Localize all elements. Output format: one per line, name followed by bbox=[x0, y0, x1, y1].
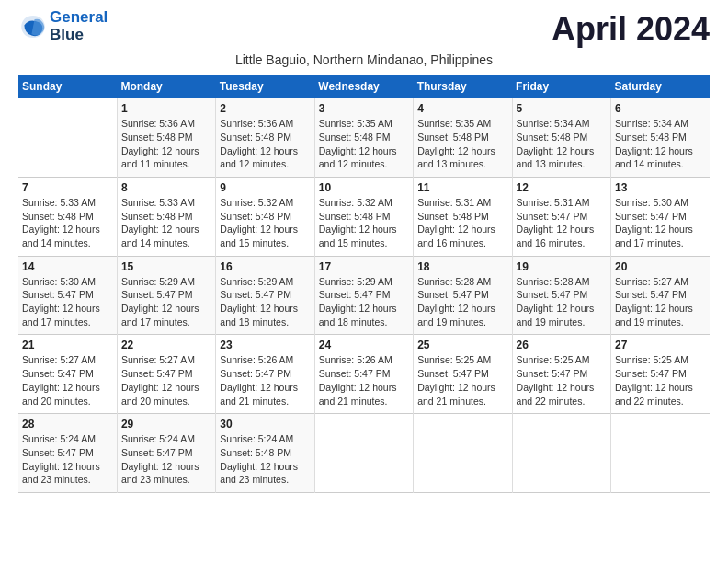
day-info: Sunrise: 5:24 AMSunset: 5:47 PMDaylight:… bbox=[121, 432, 211, 487]
day-info: Sunrise: 5:35 AMSunset: 5:48 PMDaylight:… bbox=[417, 117, 507, 171]
calendar-day bbox=[512, 414, 610, 493]
calendar-day: 2 Sunrise: 5:36 AMSunset: 5:48 PMDayligh… bbox=[216, 98, 314, 177]
day-info: Sunrise: 5:28 AMSunset: 5:47 PMDaylight:… bbox=[517, 275, 607, 329]
day-number: 5 bbox=[517, 102, 607, 115]
day-number: 13 bbox=[615, 181, 706, 194]
calendar-day: 30 Sunrise: 5:24 AMSunset: 5:48 PMDaylig… bbox=[216, 414, 314, 493]
calendar-day bbox=[314, 414, 413, 493]
day-info: Sunrise: 5:25 AMSunset: 5:47 PMDaylight:… bbox=[517, 353, 607, 408]
col-monday: Monday bbox=[117, 75, 215, 98]
day-number: 7 bbox=[22, 181, 113, 194]
day-number: 24 bbox=[319, 339, 409, 351]
day-number: 29 bbox=[121, 418, 211, 431]
day-info: Sunrise: 5:27 AMSunset: 5:47 PMDaylight:… bbox=[121, 353, 211, 408]
calendar-day: 27 Sunrise: 5:25 AMSunset: 5:47 PMDaylig… bbox=[611, 335, 710, 414]
calendar-day: 14 Sunrise: 5:30 AMSunset: 5:47 PMDaylig… bbox=[18, 256, 117, 335]
day-info: Sunrise: 5:28 AMSunset: 5:47 PMDaylight:… bbox=[417, 275, 507, 329]
calendar-day: 11 Sunrise: 5:31 AMSunset: 5:48 PMDaylig… bbox=[414, 177, 512, 256]
day-number: 3 bbox=[319, 102, 409, 115]
logo-text: General Blue bbox=[50, 9, 108, 43]
day-number: 6 bbox=[615, 102, 706, 115]
day-info: Sunrise: 5:34 AMSunset: 5:48 PMDaylight:… bbox=[615, 117, 706, 171]
day-info: Sunrise: 5:29 AMSunset: 5:47 PMDaylight:… bbox=[319, 275, 409, 329]
calendar-day: 4 Sunrise: 5:35 AMSunset: 5:48 PMDayligh… bbox=[414, 98, 512, 177]
calendar-day: 25 Sunrise: 5:25 AMSunset: 5:47 PMDaylig… bbox=[414, 335, 512, 414]
col-thursday: Thursday bbox=[414, 75, 512, 98]
day-number: 2 bbox=[220, 102, 310, 115]
day-info: Sunrise: 5:31 AMSunset: 5:48 PMDaylight:… bbox=[417, 196, 507, 250]
day-number: 20 bbox=[615, 260, 706, 273]
day-info: Sunrise: 5:32 AMSunset: 5:48 PMDaylight:… bbox=[220, 196, 310, 250]
day-info: Sunrise: 5:30 AMSunset: 5:47 PMDaylight:… bbox=[615, 196, 706, 250]
day-info: Sunrise: 5:26 AMSunset: 5:47 PMDaylight:… bbox=[220, 353, 310, 408]
calendar-day: 5 Sunrise: 5:34 AMSunset: 5:48 PMDayligh… bbox=[512, 98, 610, 177]
calendar-day: 8 Sunrise: 5:33 AMSunset: 5:48 PMDayligh… bbox=[117, 177, 215, 256]
day-number: 15 bbox=[121, 260, 211, 273]
calendar-day: 28 Sunrise: 5:24 AMSunset: 5:47 PMDaylig… bbox=[18, 414, 117, 493]
logo: General Blue bbox=[18, 9, 108, 43]
calendar-week-3: 14 Sunrise: 5:30 AMSunset: 5:47 PMDaylig… bbox=[18, 256, 710, 335]
day-info: Sunrise: 5:32 AMSunset: 5:48 PMDaylight:… bbox=[319, 196, 409, 250]
day-number: 27 bbox=[615, 339, 706, 351]
day-info: Sunrise: 5:27 AMSunset: 5:47 PMDaylight:… bbox=[615, 275, 706, 329]
calendar-day: 22 Sunrise: 5:27 AMSunset: 5:47 PMDaylig… bbox=[117, 335, 215, 414]
day-info: Sunrise: 5:33 AMSunset: 5:48 PMDaylight:… bbox=[121, 196, 211, 250]
day-info: Sunrise: 5:24 AMSunset: 5:47 PMDaylight:… bbox=[22, 432, 113, 487]
day-number: 12 bbox=[517, 181, 607, 194]
day-info: Sunrise: 5:27 AMSunset: 5:47 PMDaylight:… bbox=[22, 353, 113, 408]
calendar-day: 12 Sunrise: 5:31 AMSunset: 5:47 PMDaylig… bbox=[512, 177, 610, 256]
calendar-day: 3 Sunrise: 5:35 AMSunset: 5:48 PMDayligh… bbox=[314, 98, 413, 177]
calendar-week-4: 21 Sunrise: 5:27 AMSunset: 5:47 PMDaylig… bbox=[18, 335, 710, 414]
day-info: Sunrise: 5:29 AMSunset: 5:47 PMDaylight:… bbox=[121, 275, 211, 329]
col-tuesday: Tuesday bbox=[216, 75, 314, 98]
calendar-day: 19 Sunrise: 5:28 AMSunset: 5:47 PMDaylig… bbox=[512, 256, 610, 335]
calendar-week-5: 28 Sunrise: 5:24 AMSunset: 5:47 PMDaylig… bbox=[18, 414, 710, 493]
day-number: 8 bbox=[121, 181, 211, 194]
day-info: Sunrise: 5:31 AMSunset: 5:47 PMDaylight:… bbox=[517, 196, 607, 250]
calendar-day: 18 Sunrise: 5:28 AMSunset: 5:47 PMDaylig… bbox=[414, 256, 512, 335]
day-number: 1 bbox=[121, 102, 211, 115]
calendar-day: 29 Sunrise: 5:24 AMSunset: 5:47 PMDaylig… bbox=[117, 414, 215, 493]
day-number: 26 bbox=[517, 339, 607, 351]
day-info: Sunrise: 5:30 AMSunset: 5:47 PMDaylight:… bbox=[22, 275, 113, 329]
calendar-day: 17 Sunrise: 5:29 AMSunset: 5:47 PMDaylig… bbox=[314, 256, 413, 335]
calendar-day: 20 Sunrise: 5:27 AMSunset: 5:47 PMDaylig… bbox=[611, 256, 710, 335]
calendar-day: 16 Sunrise: 5:29 AMSunset: 5:47 PMDaylig… bbox=[216, 256, 314, 335]
logo-icon bbox=[18, 12, 48, 41]
calendar-day: 21 Sunrise: 5:27 AMSunset: 5:47 PMDaylig… bbox=[18, 335, 117, 414]
day-number: 9 bbox=[220, 181, 310, 194]
day-number: 10 bbox=[319, 181, 409, 194]
calendar-day: 10 Sunrise: 5:32 AMSunset: 5:48 PMDaylig… bbox=[314, 177, 413, 256]
day-number: 19 bbox=[517, 260, 607, 273]
day-info: Sunrise: 5:36 AMSunset: 5:48 PMDaylight:… bbox=[220, 117, 310, 171]
header-row: Sunday Monday Tuesday Wednesday Thursday… bbox=[18, 75, 710, 98]
day-info: Sunrise: 5:33 AMSunset: 5:48 PMDaylight:… bbox=[22, 196, 113, 250]
calendar-day: 15 Sunrise: 5:29 AMSunset: 5:47 PMDaylig… bbox=[117, 256, 215, 335]
calendar-day bbox=[611, 414, 710, 493]
calendar-day: 9 Sunrise: 5:32 AMSunset: 5:48 PMDayligh… bbox=[216, 177, 314, 256]
calendar-week-1: 1 Sunrise: 5:36 AMSunset: 5:48 PMDayligh… bbox=[18, 98, 710, 177]
day-number: 4 bbox=[417, 102, 507, 115]
day-info: Sunrise: 5:25 AMSunset: 5:47 PMDaylight:… bbox=[615, 353, 706, 408]
day-info: Sunrise: 5:34 AMSunset: 5:48 PMDaylight:… bbox=[517, 117, 607, 171]
calendar-day: 23 Sunrise: 5:26 AMSunset: 5:47 PMDaylig… bbox=[216, 335, 314, 414]
calendar-day: 6 Sunrise: 5:34 AMSunset: 5:48 PMDayligh… bbox=[611, 98, 710, 177]
calendar-day: 1 Sunrise: 5:36 AMSunset: 5:48 PMDayligh… bbox=[117, 98, 215, 177]
calendar-table: Sunday Monday Tuesday Wednesday Thursday… bbox=[18, 75, 710, 493]
day-info: Sunrise: 5:29 AMSunset: 5:47 PMDaylight:… bbox=[220, 275, 310, 329]
calendar-day bbox=[18, 98, 117, 177]
day-number: 28 bbox=[22, 418, 113, 431]
month-title: April 2024 bbox=[552, 9, 710, 49]
day-info: Sunrise: 5:25 AMSunset: 5:47 PMDaylight:… bbox=[417, 353, 507, 408]
col-wednesday: Wednesday bbox=[314, 75, 413, 98]
calendar-day: 26 Sunrise: 5:25 AMSunset: 5:47 PMDaylig… bbox=[512, 335, 610, 414]
day-number: 11 bbox=[417, 181, 507, 194]
day-info: Sunrise: 5:26 AMSunset: 5:47 PMDaylight:… bbox=[319, 353, 409, 408]
day-info: Sunrise: 5:24 AMSunset: 5:48 PMDaylight:… bbox=[220, 432, 310, 487]
calendar-day: 24 Sunrise: 5:26 AMSunset: 5:47 PMDaylig… bbox=[314, 335, 413, 414]
col-saturday: Saturday bbox=[611, 75, 710, 98]
day-number: 18 bbox=[417, 260, 507, 273]
title-area: April 2024 bbox=[552, 9, 710, 49]
calendar-day: 7 Sunrise: 5:33 AMSunset: 5:48 PMDayligh… bbox=[18, 177, 117, 256]
header: General Blue April 2024 bbox=[18, 9, 710, 49]
